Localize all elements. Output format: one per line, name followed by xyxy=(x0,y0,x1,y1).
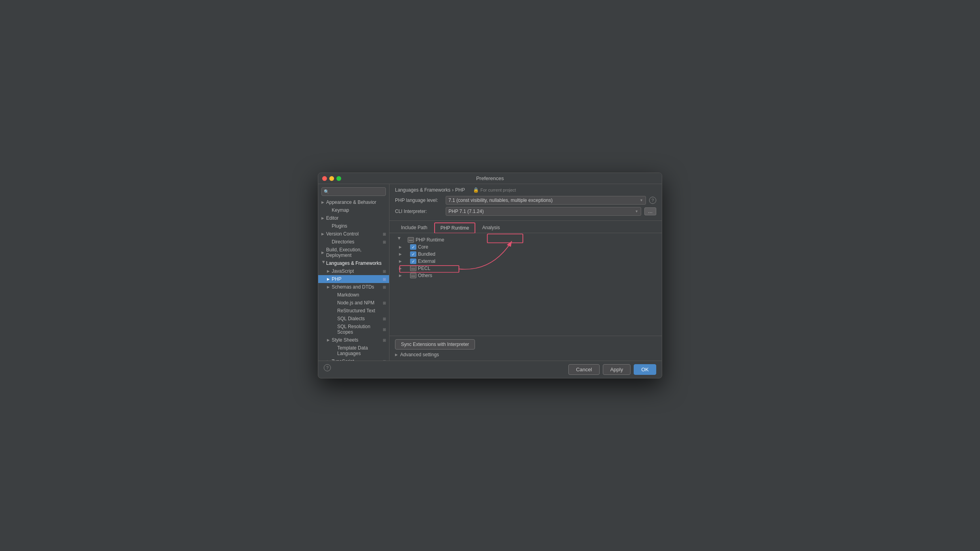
sidebar-item-version-control[interactable]: ▶ Version Control ⊞ xyxy=(318,230,389,238)
sidebar-item-label: JavaScript xyxy=(332,268,382,274)
tree-row-pecl[interactable]: ▶ — PECL xyxy=(395,265,656,272)
tree-node-label: PECL xyxy=(418,266,430,271)
cli-interpreter-select[interactable]: PHP 7.1 (7.1.24) ▼ xyxy=(446,207,641,216)
sidebar-item-languages[interactable]: ▶ Languages & Frameworks xyxy=(318,259,389,267)
badge-icon: ⊞ xyxy=(383,301,386,305)
tree-checkbox[interactable]: — xyxy=(410,266,416,271)
sidebar-item-label: Appearance & Behavior xyxy=(326,200,386,205)
sidebar-item-label: Editor xyxy=(326,215,386,221)
arrow-icon: ▶ xyxy=(327,269,332,273)
arrow-icon: ▶ xyxy=(321,251,326,255)
sync-button[interactable]: Sync Extensions with Interpreter xyxy=(395,339,475,350)
breadcrumb: Languages & Frameworks › PHP 🔒 For curre… xyxy=(395,187,656,193)
sidebar-item-build[interactable]: ▶ Build, Execution, Deployment xyxy=(318,246,389,259)
badge-icon: ⊞ xyxy=(383,232,386,236)
tree-arrow-icon: ▶ xyxy=(399,245,405,249)
tree-arrow-icon: ▶ xyxy=(397,237,401,243)
cli-interpreter-label: CLI Interpreter: xyxy=(395,209,443,214)
sidebar-item-sql-resolution[interactable]: SQL Resolution Scopes ⊞ xyxy=(318,323,389,336)
sidebar-item-plugins[interactable]: Plugins xyxy=(318,222,389,230)
arrow-icon: ▶ xyxy=(321,200,326,204)
search-icon: 🔍 xyxy=(324,189,329,194)
sidebar-item-label: Version Control xyxy=(326,231,382,237)
sidebar-item-javascript[interactable]: ▶ JavaScript ⊞ xyxy=(318,267,389,275)
badge-icon: ⊞ xyxy=(383,269,386,274)
tree-checkbox[interactable]: — xyxy=(408,237,414,243)
arrow-icon: ▶ xyxy=(327,277,332,281)
sidebar-item-template[interactable]: Template Data Languages xyxy=(318,344,389,357)
sidebar-item-nodejs[interactable]: Node.js and NPM ⊞ xyxy=(318,299,389,307)
tree-arrow-icon: ▶ xyxy=(399,252,405,256)
sidebar-item-typescript[interactable]: ▶ TypeScript ⊞ xyxy=(318,357,389,361)
close-button[interactable] xyxy=(322,176,327,181)
apply-button[interactable]: Apply xyxy=(603,364,631,375)
badge-icon: ⊞ xyxy=(383,317,386,321)
for-project-label: For current project xyxy=(481,188,516,192)
sidebar-item-markdown[interactable]: Markdown xyxy=(318,291,389,299)
help-icon[interactable]: ? xyxy=(649,197,656,204)
sidebar-item-label: Directories xyxy=(332,239,382,245)
tree-area: ▶ — PHP Runtime ▶ ✓ Core ▶ xyxy=(389,233,662,336)
arrow-icon: ▶ xyxy=(321,216,326,220)
footer: ? Cancel Apply OK xyxy=(318,361,662,378)
advanced-settings-label: Advanced settings xyxy=(400,352,439,357)
tree-row-external[interactable]: ▶ ✓ External xyxy=(395,258,656,265)
tree-node-label: PHP Runtime xyxy=(416,237,444,243)
tab-include-path[interactable]: Include Path xyxy=(395,222,433,233)
minimize-button[interactable] xyxy=(329,176,334,181)
php-language-level-value: 7.1 (const visibility, nullables, multip… xyxy=(448,198,553,203)
sidebar-item-php[interactable]: ▶ PHP ⊞ xyxy=(318,275,389,283)
cancel-button[interactable]: Cancel xyxy=(568,364,599,375)
sidebar-item-directories[interactable]: Directories ⊞ xyxy=(318,238,389,246)
sidebar-item-keymap[interactable]: Keymap xyxy=(318,206,389,214)
tree-row-core[interactable]: ▶ ✓ Core xyxy=(395,243,656,251)
preferences-window: Preferences 🔍 ▶ Appearance & Behavior Ke… xyxy=(318,173,662,378)
arrow-icon: ▶ xyxy=(327,285,332,289)
lock-icon: 🔒 xyxy=(473,187,479,193)
sidebar-item-label: Style Sheets xyxy=(332,337,382,343)
sidebar-item-label: PHP xyxy=(332,276,382,282)
sidebar-item-label: ReStructured Text xyxy=(337,308,386,314)
tree-arrow-icon: ▶ xyxy=(399,259,405,263)
advanced-settings-row[interactable]: ▶ Advanced settings xyxy=(395,350,656,357)
tree-row-php-runtime[interactable]: ▶ — PHP Runtime xyxy=(395,236,656,243)
sidebar-item-style-sheets[interactable]: ▶ Style Sheets ⊞ xyxy=(318,336,389,344)
php-language-level-select[interactable]: 7.1 (const visibility, nullables, multip… xyxy=(446,196,646,205)
badge-icon: ⊞ xyxy=(383,240,386,244)
ellipsis-button[interactable]: … xyxy=(644,207,656,215)
sidebar-item-label: SQL Dialects xyxy=(337,316,382,321)
tree-checkbox[interactable]: — xyxy=(410,273,416,278)
sidebar-item-label: Languages & Frameworks xyxy=(326,260,386,266)
tree-node-label: External xyxy=(418,258,435,264)
ok-button[interactable]: OK xyxy=(634,364,656,375)
sidebar-item-appearance[interactable]: ▶ Appearance & Behavior xyxy=(318,198,389,206)
search-input[interactable] xyxy=(321,187,386,196)
content-area: 🔍 ▶ Appearance & Behavior Keymap ▶ Edito… xyxy=(318,184,662,361)
arrow-open-icon: ▶ xyxy=(322,261,326,266)
tab-php-runtime[interactable]: PHP Runtime xyxy=(434,222,475,233)
tree-row-bundled[interactable]: ▶ ✓ Bundled xyxy=(395,251,656,258)
tree-arrow-icon: ▶ xyxy=(399,266,405,270)
maximize-button[interactable] xyxy=(336,176,341,181)
tree-checkbox[interactable]: ✓ xyxy=(410,251,416,257)
badge-icon: ⊞ xyxy=(383,327,386,332)
sidebar-item-sql-dialects[interactable]: SQL Dialects ⊞ xyxy=(318,315,389,323)
tree-row-others[interactable]: ▶ — Others xyxy=(395,272,656,279)
sidebar-item-restructured[interactable]: ReStructured Text xyxy=(318,307,389,315)
search-wrapper[interactable]: 🔍 xyxy=(321,187,386,196)
dropdown-arrow-icon: ▼ xyxy=(635,209,638,213)
tab-analysis[interactable]: Analysis xyxy=(476,222,506,233)
sidebar-item-label: Node.js and NPM xyxy=(337,300,382,306)
breadcrumb-separator: › xyxy=(452,187,454,193)
tree-node-label: Others xyxy=(418,273,432,278)
titlebar: Preferences xyxy=(318,173,662,184)
help-button[interactable]: ? xyxy=(324,364,331,371)
sidebar-item-schemas[interactable]: ▶ Schemas and DTDs ⊞ xyxy=(318,283,389,291)
tree-checkbox[interactable]: ✓ xyxy=(410,244,416,250)
sidebar-item-editor[interactable]: ▶ Editor xyxy=(318,214,389,222)
sidebar-item-label: Markdown xyxy=(337,292,386,298)
sidebar-item-label: Schemas and DTDs xyxy=(332,284,382,290)
tabs-bar: Include Path PHP Runtime Analysis xyxy=(389,221,662,233)
tree-checkbox[interactable]: ✓ xyxy=(410,258,416,264)
sidebar-item-label: Keymap xyxy=(332,207,386,213)
